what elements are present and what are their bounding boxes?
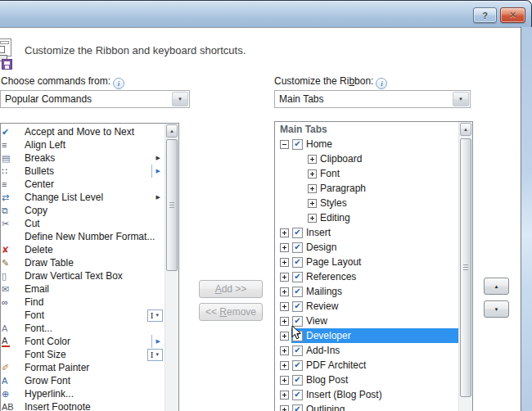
expand-box-icon[interactable] [280,346,289,355]
checkbox[interactable]: ✔ [292,360,303,371]
command-list-item[interactable]: ✉Email [2,282,165,296]
checkbox[interactable]: ✔ [292,301,303,312]
scroll-up-icon[interactable]: ▲ [166,124,178,138]
remove-button[interactable]: << Remove [199,303,263,321]
command-list-item[interactable]: AGrow Font [2,374,165,387]
checkbox[interactable]: ✔ [292,139,303,150]
checkbox[interactable]: ✔ [292,316,303,327]
expand-box-icon[interactable] [280,376,289,385]
checkbox[interactable]: ✔ [292,375,303,386]
ribbon-tree-item[interactable]: ✔Mailings [276,284,458,299]
command-list-item[interactable]: ✂Cut [2,217,165,230]
info-icon[interactable]: i [113,78,124,89]
move-up-button[interactable]: ▲ [484,278,509,295]
checkbox[interactable]: ✔ [292,331,303,341]
move-down-button[interactable]: ▼ [484,300,509,318]
expand-box-icon[interactable] [280,361,289,370]
ribbon-tree-item[interactable]: Paragraph [276,181,458,196]
checkbox[interactable]: ✔ [292,257,303,268]
ribbon-tree-item[interactable]: ✔Page Layout [276,255,458,269]
expand-box-icon[interactable] [308,199,317,208]
checkbox[interactable]: ✔ [292,287,303,297]
command-list-item[interactable]: ⇄Change List Level▶ [2,191,165,204]
expand-box-icon[interactable] [308,184,317,193]
ribbon-tree-item[interactable]: ✔Review [276,299,458,314]
expand-box-icon[interactable] [280,243,289,252]
scrollbar-thumb[interactable] [166,139,178,271]
command-list-item[interactable]: ⧉Copy [2,204,165,217]
command-list-item[interactable]: ✎Draw Table [2,256,165,269]
expand-box-icon[interactable] [280,302,289,311]
ribbon-tree-item[interactable]: Clipboard [276,151,458,166]
expand-box-icon[interactable] [308,155,317,164]
command-list-item[interactable]: FontI▼ [2,309,165,322]
command-list-item[interactable]: ▯Draw Vertical Text Box [2,269,165,282]
ribbon-tree-item[interactable]: ✔Insert [276,225,458,240]
checkbox[interactable]: ✔ [292,242,303,253]
ribbon-tree-item[interactable]: Editing [276,210,458,225]
command-list-item[interactable]: ✐Format Painter [2,361,165,374]
expand-box-icon[interactable] [280,273,289,282]
command-list-item[interactable]: ≡Align Left [2,138,165,151]
expand-box-icon[interactable] [280,405,289,411]
command-list-item[interactable]: Define New Number Format... [2,230,165,243]
ribbon-tree-item[interactable]: ✔PDF Architect [276,358,458,373]
command-list-item[interactable]: Font SizeI▼ [2,348,165,361]
customize-ribbon-label: Customize the Ribbon:i [274,75,387,89]
chevron-down-icon[interactable]: ▼ [453,92,469,106]
ribbon-tree-item[interactable]: ✔Add-Ins [276,343,458,358]
tree-item-label: Font [320,168,340,179]
accept-icon: ✔ [2,125,14,138]
scroll-up-icon[interactable]: ▲ [460,123,471,136]
checkbox[interactable]: ✔ [292,272,303,282]
command-list-item[interactable]: ⊕Hyperlink... [2,387,165,400]
collapse-box-icon[interactable] [280,140,289,149]
close-button[interactable]: ✕ [500,7,525,23]
command-list-item[interactable]: ▤Breaks▶ [2,151,165,165]
expand-box-icon[interactable] [308,169,317,178]
checkbox[interactable]: ✔ [292,390,303,400]
commands-scrollbar[interactable]: ▲ [165,124,178,411]
ribbon-tree-item[interactable]: ✔Home [276,137,458,151]
ribbon-tree-item[interactable]: ✔View [276,314,458,328]
choose-commands-dropdown[interactable]: Popular Commands ▼ [0,90,190,108]
checkbox[interactable]: ✔ [292,228,303,238]
command-list-item[interactable]: ✔Accept and Move to Next [2,125,165,138]
center-icon: ≡ [2,178,14,191]
info-icon[interactable]: i [376,78,387,89]
checkbox[interactable]: ✔ [292,346,303,356]
command-list-item[interactable]: ✘Delete [2,243,165,256]
add-button[interactable]: Add >> [199,280,263,298]
command-list-item[interactable]: ∷Bullets▶ [2,165,165,178]
ribbon-tree-item[interactable]: ✔Outlining [276,402,458,411]
ribbon-tree-item[interactable]: ✔Design [276,240,458,255]
help-button[interactable]: ? [473,7,497,23]
expand-box-icon[interactable] [280,287,289,296]
expand-box-icon[interactable] [280,228,289,237]
check-icon: ✔ [294,405,300,411]
expand-box-icon[interactable] [280,391,289,400]
tree-item-label: Clipboard [320,153,362,165]
chevron-down-icon[interactable]: ▼ [172,92,188,106]
expand-box-icon[interactable] [280,317,289,326]
customize-ribbon-dropdown[interactable]: Main Tabs ▼ [274,90,471,108]
expand-box-icon[interactable] [280,258,289,267]
ribbon-tree-item[interactable]: Styles [276,196,458,210]
expand-box-icon[interactable] [308,214,317,223]
scrollbar-thumb[interactable] [460,138,471,397]
command-list-item[interactable]: AFont Color▶ [2,335,165,348]
expand-box-icon[interactable] [280,332,289,341]
ribbon-tree-scrollbar[interactable]: ▲ [458,122,472,411]
command-list-item[interactable]: ≡Center [2,178,165,191]
command-list-item[interactable]: ∞Find [2,296,165,309]
command-label: Hyperlink... [25,388,74,400]
checkbox[interactable]: ✔ [292,404,303,411]
command-list-item[interactable]: AB¹Insert Footnote [2,400,165,411]
ribbon-tree-item[interactable]: ✔Developer [276,328,458,343]
command-list-item[interactable]: AFont... [2,322,165,335]
ribbon-tree-item[interactable]: Font [276,166,458,181]
tree-item-label: Blog Post [306,374,348,386]
ribbon-tree-item[interactable]: ✔Blog Post [276,373,458,387]
ribbon-tree-item[interactable]: ✔References [276,269,458,284]
ribbon-tree-item[interactable]: ✔Insert (Blog Post) [276,387,458,402]
